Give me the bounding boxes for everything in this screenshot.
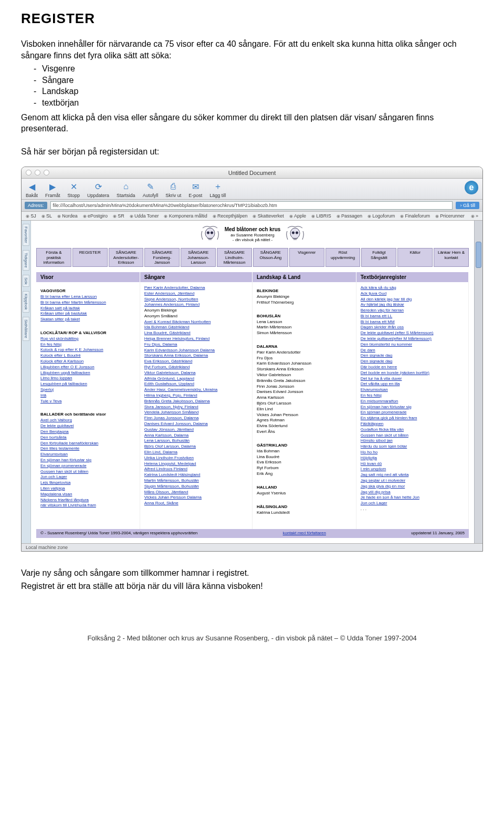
list-link[interactable]: En sjöman promenerade (40, 463, 135, 469)
side-tab[interactable]: Sök (23, 275, 29, 287)
list-link[interactable]: Martin Mårtensson, Bohuslän (144, 478, 248, 484)
list-link[interactable]: Sivra Jansson, Nyby, Finland (144, 405, 248, 410)
nav-cell[interactable]: Källor (397, 248, 433, 267)
list-link[interactable]: Anna Karlsson, Dalarna (144, 433, 248, 439)
list-link[interactable]: Jon och Lager (361, 501, 464, 506)
list-link[interactable]: Iriä (40, 393, 135, 399)
nav-cell[interactable]: SÅNGARE Lindholm-Mårtensson (217, 248, 252, 267)
favorite-item[interactable]: Recepthjälpen (213, 213, 248, 219)
scrollbar[interactable] (474, 221, 482, 543)
list-link[interactable]: Liten vallpiga (40, 486, 135, 492)
nav-cell[interactable]: Första & praktisk information (36, 248, 71, 267)
list-link[interactable]: Det tur ha å vita duver (361, 376, 464, 382)
list-link[interactable]: Vickes Johan Persson Dalarna (144, 495, 248, 501)
favorite-item[interactable]: Nordea (57, 213, 78, 219)
list-link[interactable]: Jag seglar ut i motveder (361, 478, 464, 484)
list-link[interactable]: Anna Root, Skåne (144, 501, 248, 506)
list-link[interactable]: Eva Eriksson, Gästrikland (144, 359, 248, 365)
list-link[interactable]: Vendela Johansson Småland (144, 410, 248, 416)
list-link[interactable]: Ida Bohman Gästrikland (144, 325, 248, 330)
list-link[interactable]: Den bortsålda (40, 435, 135, 441)
list-link[interactable]: Kolock & rop efter K E Johansson (40, 347, 135, 353)
list-link[interactable]: när vilskom till Livrehuda fram (40, 503, 135, 509)
favorite-item[interactable]: Apple (289, 213, 306, 219)
list-link[interactable]: En sjöman han förlustar sig (40, 458, 135, 463)
list-link[interactable]: Viktor Gabrielsson, Dalarna (144, 370, 248, 376)
side-tab[interactable]: Tidigare (23, 250, 29, 271)
toolbar-skriv ut[interactable]: ⎙Skriv ut (165, 181, 181, 198)
favorite-item[interactable]: SR (113, 213, 124, 219)
list-link[interactable]: Ho ho ho (361, 450, 464, 455)
list-link[interactable]: Härdu du som Igen bötar (361, 444, 464, 450)
list-link[interactable]: Sjugin Mårtensson, Bohuslän (144, 484, 248, 490)
list-link[interactable]: Jag ska giva dig en mor (361, 484, 464, 490)
favorite-item[interactable]: SJ (26, 213, 36, 219)
favorite-item[interactable]: Skatteverket (253, 213, 284, 219)
list-link[interactable]: Kråkan sitter på bastutak (40, 311, 135, 317)
address-input[interactable]: file:///localhost/Users/admin/Mina%20dok… (50, 201, 453, 210)
list-link[interactable]: De lekte guldtavel (efter S Mårtensson) (361, 330, 464, 336)
list-link[interactable]: Där bodde en herre (361, 365, 464, 370)
list-link[interactable]: Axel och Valborg (40, 418, 135, 423)
toolbar-e-post[interactable]: ✉E-post (188, 181, 202, 198)
list-link[interactable]: Ulrika Lindholm Frostviken (144, 455, 248, 461)
side-tab[interactable]: Klippbok (23, 291, 29, 313)
toolbar-startsida[interactable]: ⌂Startsida (117, 181, 135, 198)
side-tab[interactable]: Sidhållare (23, 317, 29, 341)
list-link[interactable]: Lesgubben på tallbacken (40, 381, 135, 387)
traffic-lights[interactable] (26, 170, 49, 175)
list-link[interactable]: Jag vill dig prisa (361, 490, 464, 495)
list-link[interactable]: En midsommarafton (361, 399, 464, 405)
nav-cell[interactable]: SÅNGARE Olsson-Äng (253, 248, 288, 267)
favorites-more[interactable]: » (471, 213, 478, 219)
list-link[interactable]: En stjärna gick på himlen fram (361, 416, 464, 421)
favorite-item[interactable]: LIBRIS (311, 213, 331, 219)
list-link[interactable]: Bi bi barna efter Martin Mårtensson (40, 300, 135, 306)
list-link[interactable]: Kråkan satt på ladtak (40, 306, 135, 312)
list-link[interactable]: Storskans Anna Eriksson, Dalarna (144, 353, 248, 359)
list-link[interactable]: Måns Olsson, Jämtland (144, 490, 248, 495)
list-link[interactable]: Bi bi barna efter Lena Larsson (40, 294, 135, 300)
nav-cell[interactable]: Röst uppvärmning (326, 248, 361, 267)
list-link[interactable]: Rop vid skördsätting (40, 336, 135, 342)
list-link[interactable]: Alfrida Grönlund, Lappland (144, 376, 248, 382)
list-link[interactable]: Bi bi barna ett MM (361, 319, 464, 325)
list-link[interactable]: Den Bergtagna (40, 429, 135, 435)
list-link[interactable]: Pær Karin Andersdotter, Dalarna (144, 285, 248, 291)
list-link[interactable]: Hö kvan dö (361, 461, 464, 467)
list-link[interactable]: Lina Boudré, Gästrikland (144, 330, 248, 336)
toolbar-autofyll[interactable]: ✎Autofyll (143, 181, 159, 198)
list-link[interactable]: Fru Djos, Dalarna (144, 342, 248, 348)
list-link[interactable]: Jon och Lager (40, 474, 135, 480)
list-link[interactable]: Björs Olof Larsson, Dalarna (144, 444, 248, 450)
list-link[interactable]: Änder Hasr, Gammelsvenskby, Ukraina (144, 387, 248, 393)
list-link[interactable]: Elin Lind, Dalarna (144, 450, 248, 455)
list-link[interactable]: Ryt Forbom, Gästrikland (144, 365, 248, 370)
list-link[interactable]: Lena Larsson, Bohuslän (144, 438, 248, 444)
list-link[interactable]: Hönsilo sibod jan (361, 438, 464, 444)
nav-cell[interactable]: REGISTER (72, 248, 108, 267)
nav-cell[interactable]: Länkar Hem & kontakt (434, 248, 469, 267)
list-link[interactable]: Den lilles testamente (40, 446, 135, 452)
list-link[interactable]: Alfred Lindroos Finland (144, 467, 248, 472)
list-link[interactable]: Höjdjotja (361, 455, 464, 461)
list-link[interactable]: Katrina Lundstedt Hälsingland (144, 472, 248, 478)
list-link[interactable]: Den blomstertid nu kommer (361, 342, 464, 348)
list-link[interactable]: Gossen han sköt ut båten (40, 469, 135, 475)
list-link[interactable]: All den kärlek jag har till dig (361, 297, 464, 303)
list-link[interactable]: Skatan sitter på taket (40, 317, 135, 323)
list-link[interactable]: Helga Brenner Helsingfors, Finland (144, 336, 248, 342)
nav-cell[interactable]: SÅNGARE Forsberg-Jansson (144, 248, 180, 267)
toolbar-framåt[interactable]: ▶Framåt (45, 181, 60, 198)
list-link[interactable]: De lekte gulltavel(efter M Mårtensson) (361, 336, 464, 342)
list-link[interactable]: Brännås Greta Jakobsson, Dalarna (144, 399, 248, 405)
list-link[interactable]: Johannes Andersson, Finland (144, 302, 248, 308)
list-link[interactable]: Jag satt mig ned att vänta (361, 472, 464, 478)
favorite-item[interactable]: Pricerunner (435, 213, 465, 219)
favorite-item[interactable]: Finaleforum (400, 213, 430, 219)
list-link[interactable]: Ester Andersson, Jämtland (144, 291, 248, 297)
favorite-item[interactable]: ePostgiro (83, 213, 108, 219)
list-link[interactable]: En fes Nilsj (40, 342, 135, 348)
list-link[interactable]: De lekte guldtavel (40, 423, 135, 429)
favorite-item[interactable]: Passagen (337, 213, 362, 219)
